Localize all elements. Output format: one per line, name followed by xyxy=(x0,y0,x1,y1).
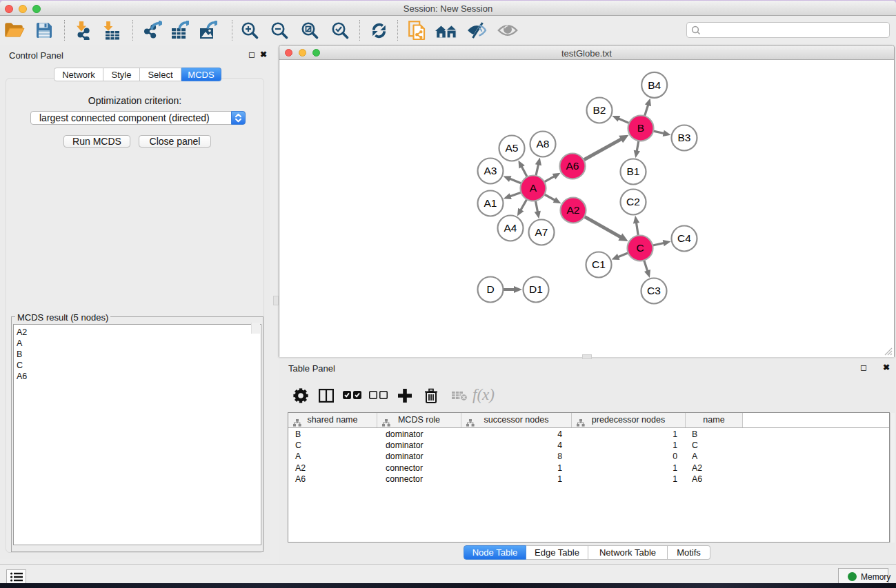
svg-text:D: D xyxy=(486,283,494,295)
svg-text:A4: A4 xyxy=(504,222,517,234)
svg-text:C2: C2 xyxy=(626,196,640,207)
svg-text:B4: B4 xyxy=(648,79,661,91)
svg-text:B2: B2 xyxy=(593,104,606,116)
svg-text:A7: A7 xyxy=(535,226,548,238)
svg-text:B3: B3 xyxy=(678,132,691,143)
svg-text:A3: A3 xyxy=(484,165,497,176)
svg-text:A8: A8 xyxy=(537,138,550,150)
svg-text:A1: A1 xyxy=(484,197,497,209)
svg-text:A5: A5 xyxy=(506,142,519,154)
svg-text:A2: A2 xyxy=(567,204,580,216)
svg-text:C4: C4 xyxy=(677,232,691,244)
svg-text:C1: C1 xyxy=(592,258,606,270)
svg-text:C: C xyxy=(636,242,644,254)
svg-text:D1: D1 xyxy=(529,283,543,295)
svg-text:A: A xyxy=(530,182,537,194)
svg-text:B: B xyxy=(637,122,644,134)
svg-text:C3: C3 xyxy=(647,285,661,296)
svg-text:B1: B1 xyxy=(627,165,640,177)
svg-text:A6: A6 xyxy=(566,160,579,172)
